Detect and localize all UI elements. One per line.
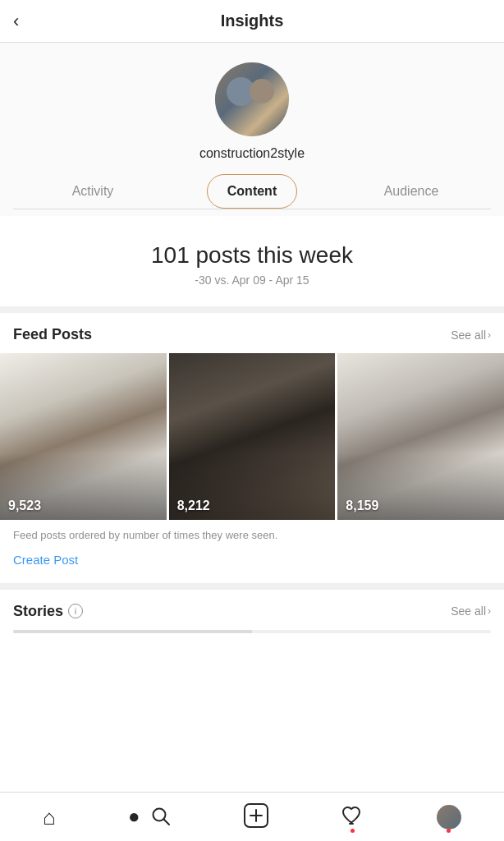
back-button[interactable]: ‹ [13,12,19,30]
page-title: Insights [221,11,284,30]
add-icon [244,803,268,831]
post-thumbnail-1[interactable]: 9,523 [0,353,167,520]
post-grid: 9,523 8,212 8,159 [0,353,504,520]
feed-posts-title: Feed Posts [13,326,92,343]
svg-line-1 [164,820,170,825]
profile-section: construction2style Activity Content Audi… [0,43,504,216]
feed-posts-see-all[interactable]: See all › [451,329,491,342]
stories-progress-fill [13,630,252,633]
avatar-image [215,62,289,136]
nav-search[interactable]: ● [115,800,185,834]
stats-section: 101 posts this week -30 vs. Apr 09 - Apr… [0,216,504,313]
post-count-2: 8,212 [177,499,210,513]
feed-posts-header: Feed Posts See all › [0,313,504,353]
stories-section: Stories i See all › [0,583,504,633]
see-all-chevron-icon: › [488,329,491,341]
profile-avatar-icon [437,805,461,830]
stories-info-icon[interactable]: i [68,604,83,618]
stats-comparison: -30 vs. Apr 09 - Apr 15 [13,273,491,287]
heart-icon [341,805,364,830]
username: construction2style [199,146,305,161]
post-thumbnail-3[interactable]: 8,159 [337,353,504,520]
tab-content[interactable]: Content [172,174,332,209]
stories-title: Stories [13,603,63,620]
feed-posts-section: Feed Posts See all › 9,523 8,212 8,159 F… [0,313,504,583]
tab-activity[interactable]: Activity [13,174,172,209]
bottom-nav: ⌂ ● [0,792,504,841]
post-count-1: 9,523 [8,499,41,513]
nav-home[interactable]: ⌂ [30,800,69,834]
stories-see-all[interactable]: See all › [451,604,491,618]
nav-likes[interactable] [328,798,378,836]
stats-main-value: 101 posts this week [13,242,491,269]
tabs-container: Activity Content Audience [13,174,491,209]
likes-notification-dot [351,829,355,833]
search-icon: ● [128,807,172,828]
nav-add[interactable] [231,797,282,838]
stories-header: Stories i See all › [0,590,504,630]
profile-notification-dot [447,829,451,833]
stories-see-all-chevron-icon: › [488,605,491,617]
post-thumbnail-2[interactable]: 8,212 [169,353,336,520]
nav-profile[interactable] [424,798,474,836]
home-icon: ⌂ [43,807,56,828]
create-post-link[interactable]: Create Post [0,546,504,583]
stories-progress-bar [13,630,491,633]
feed-posts-caption: Feed posts ordered by number of times th… [0,520,504,546]
post-count-3: 8,159 [346,499,378,513]
stories-title-group: Stories i [13,603,83,620]
header: ‹ Insights [0,0,504,43]
tab-audience[interactable]: Audience [332,174,491,209]
avatar [215,62,289,136]
